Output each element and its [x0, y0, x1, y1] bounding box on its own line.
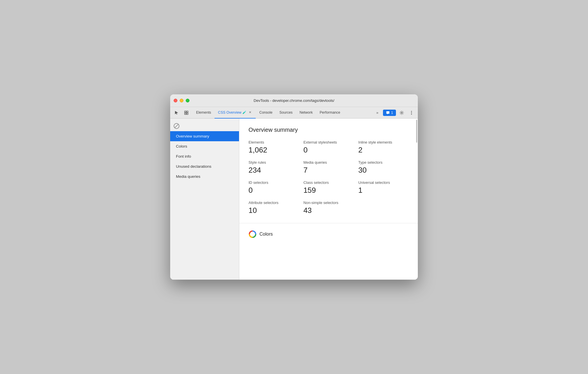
main-layout: Overview summary Colors Font info Unused…: [170, 119, 418, 280]
colors-section: Colors: [239, 223, 418, 245]
toolbar-icons: [172, 109, 190, 117]
feedback-button[interactable]: 1: [383, 110, 396, 116]
stat-universal-selectors: Universal selectors 1: [358, 180, 409, 195]
stat-label: Class selectors: [304, 180, 354, 185]
stat-style-rules: Style rules 234: [249, 160, 299, 175]
svg-point-7: [411, 114, 412, 115]
svg-rect-3: [187, 113, 188, 115]
stat-label: Elements: [249, 140, 299, 144]
tab-css-overview[interactable]: CSS Overview 🧪 ✕: [215, 107, 256, 119]
window-title: DevTools - developer.chrome.com/tags/dev…: [254, 98, 334, 103]
stat-label: External stylesheets: [304, 140, 354, 144]
sidebar-item-overview-summary[interactable]: Overview summary: [170, 131, 239, 141]
cursor-icon[interactable]: [172, 109, 181, 117]
more-tabs-button[interactable]: »: [373, 109, 381, 117]
svg-rect-2: [185, 113, 186, 115]
stat-label: ID selectors: [249, 180, 299, 185]
sidebar-item-media-queries[interactable]: Media queries: [170, 171, 239, 182]
titlebar: DevTools - developer.chrome.com/tags/dev…: [170, 94, 418, 107]
stat-label: Inline style elements: [358, 140, 409, 144]
svg-point-4: [401, 112, 403, 113]
tabbar: Elements CSS Overview 🧪 ✕ Console Source…: [170, 107, 418, 119]
sidebar-item-font-info[interactable]: Font info: [170, 151, 239, 161]
tab-network[interactable]: Network: [296, 107, 316, 119]
stat-non-simple-selectors: Non-simple selectors 43: [304, 201, 354, 215]
stat-value: 234: [249, 166, 299, 175]
svg-point-5: [411, 111, 412, 112]
minimize-button[interactable]: [180, 99, 183, 102]
stat-label: Style rules: [249, 160, 299, 165]
stat-attribute-selectors: Attribute selectors 10: [249, 201, 299, 215]
stat-value: 2: [358, 146, 409, 154]
stat-value: 10: [249, 206, 299, 215]
section-title: Overview summary: [249, 127, 409, 133]
settings-icon[interactable]: [398, 109, 406, 117]
more-options-icon[interactable]: [407, 109, 416, 117]
traffic-lights: [174, 99, 189, 102]
stat-value: 30: [358, 166, 409, 175]
experiment-icon: 🧪: [242, 110, 246, 114]
stat-value: 1,062: [249, 146, 299, 154]
stat-label: Media queries: [304, 160, 354, 165]
no-icon: [174, 123, 179, 129]
stat-value: 7: [304, 166, 354, 175]
content-area: Overview summary Elements 1,062 External…: [239, 119, 418, 280]
stat-value: 0: [249, 186, 299, 195]
inspect-icon[interactable]: [182, 109, 190, 117]
svg-rect-0: [185, 111, 186, 112]
tab-sources[interactable]: Sources: [276, 107, 296, 119]
stat-inline-style-elements: Inline style elements 2: [358, 140, 409, 154]
colors-title: Colors: [259, 232, 273, 237]
scrollbar-track[interactable]: [416, 119, 418, 280]
svg-rect-1: [187, 111, 188, 112]
stat-value: 1: [358, 186, 409, 195]
colors-header: Colors: [249, 230, 409, 238]
svg-point-6: [411, 112, 412, 113]
close-button[interactable]: [174, 99, 177, 102]
stat-type-selectors: Type selectors 30: [358, 160, 409, 175]
tab-close-icon[interactable]: ✕: [248, 110, 252, 115]
tab-console[interactable]: Console: [256, 107, 276, 119]
tabbar-right: » 1: [373, 109, 416, 117]
sidebar-item-colors[interactable]: Colors: [170, 141, 239, 151]
stat-value: 159: [304, 186, 354, 195]
overview-summary-section: Overview summary Elements 1,062 External…: [239, 119, 418, 223]
scrollbar-thumb[interactable]: [416, 120, 417, 143]
sidebar: Overview summary Colors Font info Unused…: [170, 119, 239, 280]
stats-grid: Elements 1,062 External stylesheets 0 In…: [249, 140, 409, 215]
sidebar-item-unused-declarations[interactable]: Unused declarations: [170, 161, 239, 171]
stat-id-selectors: ID selectors 0: [249, 180, 299, 195]
stat-value: 0: [304, 146, 354, 154]
stat-label: Attribute selectors: [249, 201, 299, 205]
sidebar-top: [170, 121, 239, 131]
stat-media-queries: Media queries 7: [304, 160, 354, 175]
tab-elements[interactable]: Elements: [193, 107, 215, 119]
maximize-button[interactable]: [186, 99, 189, 102]
colors-circle-icon: [249, 230, 257, 238]
devtools-window: DevTools - developer.chrome.com/tags/dev…: [170, 94, 418, 280]
stat-label: Type selectors: [358, 160, 409, 165]
tab-performance[interactable]: Performance: [316, 107, 344, 119]
stat-label: Non-simple selectors: [304, 201, 354, 205]
stat-label: Universal selectors: [358, 180, 409, 185]
stat-external-stylesheets: External stylesheets 0: [304, 140, 354, 154]
stat-value: 43: [304, 206, 354, 215]
stat-class-selectors: Class selectors 159: [304, 180, 354, 195]
stat-elements: Elements 1,062: [249, 140, 299, 154]
